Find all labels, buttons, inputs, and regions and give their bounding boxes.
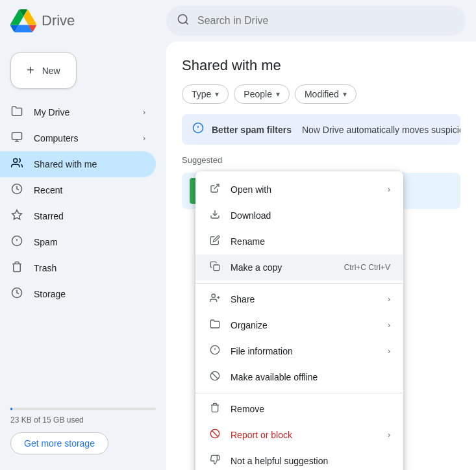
menu-item-label: Open with xyxy=(231,184,379,195)
header: Drive xyxy=(0,0,476,42)
chevron-right-icon: › xyxy=(388,347,390,356)
sidebar-item-recent[interactable]: Recent xyxy=(0,177,156,203)
filter-bar: Type ▾ People ▾ Modified ▾ xyxy=(182,84,460,104)
svg-point-0 xyxy=(179,14,187,23)
download-icon xyxy=(208,209,221,222)
menu-item-label: Remove xyxy=(231,404,390,414)
content-area: Shared with me Type ▾ People ▾ Modified … xyxy=(166,42,476,470)
shared-with-me-icon xyxy=(10,157,23,172)
sidebar-item-shared-with-me[interactable]: Shared with me xyxy=(0,151,156,177)
svg-rect-2 xyxy=(12,132,22,140)
menu-item-report-block[interactable]: Report or block › xyxy=(195,422,403,448)
sidebar-item-label: Shared with me xyxy=(34,159,145,169)
chevron-right-icon: › xyxy=(388,295,390,304)
new-button[interactable]: + New xyxy=(10,52,77,89)
suggested-label: Suggested xyxy=(182,155,460,165)
storage-bar xyxy=(10,408,156,410)
menu-item-rename[interactable]: Rename xyxy=(195,229,403,254)
search-bar[interactable] xyxy=(166,6,466,36)
chevron-right-icon: › xyxy=(143,108,145,117)
search-icon xyxy=(177,13,190,29)
menu-item-not-helpful[interactable]: Not a helpful suggestion xyxy=(195,448,403,470)
remove-icon xyxy=(208,402,221,415)
info-text: Now Drive automatically moves suspiciou xyxy=(302,125,460,135)
sidebar-item-trash[interactable]: Trash xyxy=(0,255,156,281)
svg-point-5 xyxy=(14,158,18,162)
svg-line-1 xyxy=(186,21,188,24)
menu-item-make-copy[interactable]: Make a copy Ctrl+C Ctrl+V xyxy=(195,254,403,280)
chevron-down-icon: ▾ xyxy=(343,90,347,99)
main-layout: + New My Drive › Computers › xyxy=(0,42,476,470)
organize-icon xyxy=(208,319,221,332)
info-circle-icon xyxy=(208,345,221,358)
menu-item-remove[interactable]: Remove xyxy=(195,396,403,422)
chevron-right-icon: › xyxy=(388,430,390,439)
spam-icon xyxy=(10,235,23,250)
sidebar-item-computers[interactable]: Computers › xyxy=(0,125,156,151)
sidebar-item-label: Computers xyxy=(34,133,132,143)
info-banner: Better spam filters Now Drive automatica… xyxy=(182,114,460,145)
copy-icon xyxy=(208,261,221,274)
get-more-storage-button[interactable]: Get more storage xyxy=(10,432,108,454)
svg-rect-16 xyxy=(214,265,219,271)
menu-item-label: Not a helpful suggestion xyxy=(231,456,390,466)
menu-item-label: Share xyxy=(231,294,379,304)
menu-divider-2 xyxy=(195,393,403,393)
filter-people-label: People xyxy=(244,89,272,99)
sidebar: + New My Drive › Computers › xyxy=(0,42,166,470)
drive-logo-icon xyxy=(10,8,36,34)
menu-item-label: Organize xyxy=(231,320,379,330)
chevron-down-icon: ▾ xyxy=(276,90,280,99)
menu-item-label: File information xyxy=(231,346,379,356)
menu-divider xyxy=(195,283,403,284)
svg-marker-7 xyxy=(12,210,22,219)
recent-icon xyxy=(10,183,23,198)
filter-type-button[interactable]: Type ▾ xyxy=(182,84,229,104)
sidebar-item-label: Starred xyxy=(34,211,145,221)
storage-bar-fill xyxy=(10,408,12,410)
menu-item-label: Download xyxy=(231,210,390,221)
menu-item-available-offline[interactable]: Make available offline xyxy=(195,364,403,390)
sidebar-item-my-drive[interactable]: My Drive › xyxy=(0,99,156,125)
report-icon xyxy=(208,428,221,441)
sidebar-item-label: My Drive xyxy=(34,107,132,117)
menu-item-download[interactable]: Download xyxy=(195,203,403,229)
info-icon xyxy=(192,122,204,137)
menu-item-label: Make available offline xyxy=(231,372,390,382)
sidebar-item-storage[interactable]: Storage xyxy=(0,281,156,307)
menu-item-label: Rename xyxy=(231,236,390,247)
storage-icon xyxy=(10,287,23,302)
computers-icon xyxy=(10,131,23,146)
svg-line-26 xyxy=(212,430,218,436)
filter-type-label: Type xyxy=(192,89,211,99)
storage-text: 23 KB of 15 GB used xyxy=(10,415,156,425)
chevron-down-icon: ▾ xyxy=(215,90,219,99)
sidebar-item-starred[interactable]: Starred xyxy=(0,203,156,229)
svg-line-24 xyxy=(212,373,218,378)
sidebar-item-label: Trash xyxy=(34,263,145,273)
search-input[interactable] xyxy=(197,15,455,27)
new-button-label: New xyxy=(42,66,60,76)
menu-shortcut: Ctrl+C Ctrl+V xyxy=(344,263,390,272)
filter-people-button[interactable]: People ▾ xyxy=(234,84,290,104)
menu-item-share[interactable]: Share › xyxy=(195,286,403,312)
filter-modified-button[interactable]: Modified ▾ xyxy=(295,84,357,104)
open-with-icon xyxy=(208,183,221,196)
filter-modified-label: Modified xyxy=(305,89,339,99)
plus-icon: + xyxy=(27,63,34,78)
sidebar-item-label: Storage xyxy=(34,289,145,299)
menu-item-file-information[interactable]: File information › xyxy=(195,338,403,364)
sidebar-item-label: Recent xyxy=(34,185,145,195)
trash-icon xyxy=(10,261,23,276)
offline-icon xyxy=(208,371,221,384)
svg-line-14 xyxy=(214,184,219,189)
sidebar-item-spam[interactable]: Spam xyxy=(0,229,156,255)
menu-item-organize[interactable]: Organize › xyxy=(195,312,403,338)
menu-item-label: Make a copy xyxy=(231,262,335,273)
share-icon xyxy=(208,293,221,306)
menu-item-open-with[interactable]: Open with › xyxy=(195,177,403,203)
logo-text: Drive xyxy=(42,12,75,29)
chevron-right-icon: › xyxy=(388,185,390,194)
page-title: Shared with me xyxy=(182,57,460,74)
info-bold: Better spam filters xyxy=(212,125,292,135)
